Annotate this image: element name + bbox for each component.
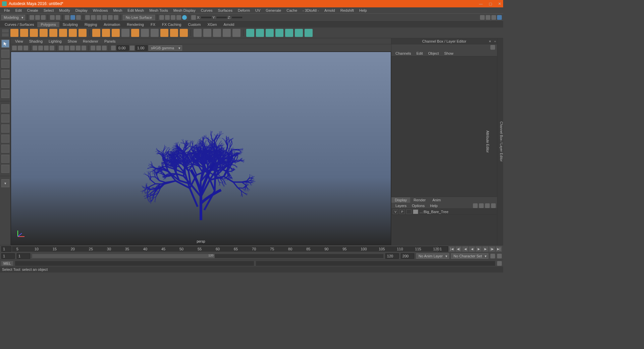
live-surface-button[interactable]: No Live Surface (123, 15, 155, 20)
render-settings-icon[interactable] (176, 15, 181, 20)
layer-options-menu[interactable]: Options (409, 204, 427, 208)
prefs-icon[interactable] (497, 254, 502, 258)
menu-help[interactable]: Help (357, 8, 370, 12)
auto-key-icon[interactable] (490, 254, 495, 258)
select-object-icon[interactable] (70, 15, 75, 20)
open-scene-icon[interactable] (35, 15, 40, 20)
snap-curve-icon[interactable] (91, 15, 96, 20)
panel-layout-icon[interactable] (191, 15, 196, 20)
layer-visible-cell[interactable]: V (393, 209, 398, 214)
move-tool[interactable] (1, 70, 9, 78)
gate-mask-icon[interactable] (50, 46, 54, 50)
panel-menu-show[interactable]: Show (65, 39, 80, 43)
mirror-icon[interactable] (203, 29, 211, 37)
playback-end-input[interactable]: 120 (385, 253, 399, 259)
shelf-tab-curves-surfaces[interactable]: Curves / Surfaces (1, 22, 37, 27)
gamma-icon[interactable] (130, 46, 135, 50)
panel-menu-view[interactable]: View (12, 39, 26, 43)
menu--3dtoall-[interactable]: - 3DtoAll - (300, 8, 322, 12)
layer-tab-anim[interactable]: Anim (429, 197, 444, 203)
shelf-tab-xgen[interactable]: XGen (204, 22, 220, 27)
menu-generate[interactable]: Generate (263, 8, 284, 12)
bevel-icon[interactable] (141, 29, 149, 37)
booleans-icon[interactable] (112, 29, 120, 37)
panel-close-icon[interactable]: × (489, 39, 491, 43)
poly-sphere-icon[interactable] (10, 29, 18, 37)
grid-icon[interactable] (33, 46, 37, 50)
range-end-input[interactable]: 200 (401, 253, 414, 259)
shelf-tab-fx[interactable]: FX (147, 22, 159, 27)
snap-point-icon[interactable] (97, 15, 101, 20)
select-component-icon[interactable] (76, 15, 81, 20)
xray-icon[interactable] (96, 46, 101, 50)
shelf-tab-arnold[interactable]: Arnold (220, 22, 238, 27)
snap-grid-icon[interactable] (85, 15, 90, 20)
layer-move-up-icon[interactable] (473, 203, 478, 208)
shelf-tab-polygons[interactable]: Polygons (37, 22, 59, 27)
poly-plane-icon[interactable] (49, 29, 57, 37)
gamma-input[interactable]: 1.00 (136, 45, 148, 51)
channel-menu-channels[interactable]: Channels (393, 51, 414, 55)
multi-cut-icon[interactable] (151, 29, 159, 37)
subdivide-icon[interactable] (213, 29, 221, 37)
camera-bookmark-icon[interactable] (18, 46, 22, 50)
menu-edit-mesh[interactable]: Edit Mesh (125, 8, 147, 12)
shelf-options-icon[interactable] (2, 29, 9, 33)
select-mode-icon[interactable] (65, 15, 69, 20)
shelf-tab-sculpting[interactable]: Sculpting (59, 22, 81, 27)
script-language-button[interactable]: MEL (1, 261, 13, 266)
menu-select[interactable]: Select (41, 8, 57, 12)
poly-cone-icon[interactable] (40, 29, 48, 37)
panel-undock-icon[interactable]: ▫ (494, 39, 496, 43)
layout-two-h-icon[interactable] (1, 124, 9, 133)
command-input[interactable] (15, 261, 254, 266)
separate-icon[interactable] (102, 29, 110, 37)
menu-edit[interactable]: Edit (13, 8, 24, 12)
exposure-input[interactable]: 0.00 (117, 45, 129, 51)
layout-two-v-icon[interactable] (1, 135, 9, 143)
layer-help-menu[interactable]: Help (427, 204, 440, 208)
poly-pipe-icon[interactable] (78, 29, 87, 37)
poly-cylinder-icon[interactable] (30, 29, 38, 37)
coord-y-input[interactable] (217, 17, 227, 18)
menu-create[interactable]: Create (24, 8, 41, 12)
paint-select-tool[interactable] (1, 60, 9, 68)
construction-history-icon[interactable] (159, 15, 164, 20)
flip-icon[interactable] (285, 29, 293, 37)
menu-uv[interactable]: UV (253, 8, 263, 12)
panel-menu-shading[interactable]: Shading (26, 39, 46, 43)
menu-modify[interactable]: Modify (56, 8, 72, 12)
layer-move-down-icon[interactable] (479, 203, 484, 208)
channel-menu-edit[interactable]: Edit (414, 51, 425, 55)
symmetry-icon[interactable] (295, 29, 303, 37)
target-weld-icon[interactable] (180, 29, 188, 37)
go-to-end-button[interactable]: ▶| (496, 246, 502, 252)
save-scene-icon[interactable] (41, 15, 46, 20)
color-space-dropdown[interactable]: sRGB gamma (149, 45, 182, 51)
quad-draw-icon[interactable] (305, 29, 313, 37)
close-button[interactable]: ✕ (498, 2, 501, 6)
layer-type-cell[interactable] (406, 209, 412, 214)
layout-more-icon[interactable]: ▾ (1, 179, 9, 187)
shaded-icon[interactable] (64, 46, 69, 50)
poly-cube-icon[interactable] (20, 29, 28, 37)
layer-color-cell[interactable] (413, 209, 418, 214)
smooth-icon[interactable] (194, 29, 202, 37)
append-icon[interactable] (256, 29, 264, 37)
current-frame-input[interactable]: 1 (1, 246, 11, 252)
lights-icon[interactable] (76, 46, 80, 50)
sidebar-toggle-1-icon[interactable] (480, 15, 485, 20)
menu-deform[interactable]: Deform (235, 8, 253, 12)
film-gate-icon[interactable] (38, 46, 43, 50)
crease-icon[interactable] (223, 29, 231, 37)
menu-windows[interactable]: Windows (90, 8, 111, 12)
menu-mesh[interactable]: Mesh (110, 8, 125, 12)
menu-mesh-tools[interactable]: Mesh Tools (147, 8, 170, 12)
step-forward-key-button[interactable]: |▶ (489, 246, 495, 252)
menu-display[interactable]: Display (73, 8, 90, 12)
layer-new-selected-icon[interactable] (491, 203, 496, 208)
go-to-start-button[interactable]: |◀ (449, 246, 455, 252)
combine-icon[interactable] (92, 29, 100, 37)
layout-custom-icon[interactable] (1, 165, 9, 173)
coord-x-input[interactable] (201, 17, 211, 18)
